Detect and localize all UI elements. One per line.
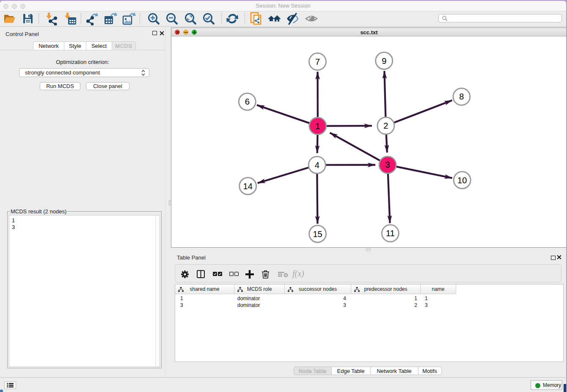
svg-text:10: 10 bbox=[457, 176, 467, 185]
svg-text:14: 14 bbox=[243, 182, 253, 191]
svg-text:6: 6 bbox=[245, 97, 250, 106]
svg-text:8: 8 bbox=[459, 92, 464, 101]
svg-text:7: 7 bbox=[315, 57, 320, 66]
svg-text:4: 4 bbox=[315, 160, 319, 170]
svg-text:9: 9 bbox=[382, 56, 386, 66]
svg-text:3: 3 bbox=[385, 160, 390, 169]
svg-text:2: 2 bbox=[383, 121, 388, 130]
svg-text:1: 1 bbox=[315, 121, 320, 131]
svg-text:15: 15 bbox=[313, 229, 322, 239]
svg-text:11: 11 bbox=[386, 229, 395, 238]
